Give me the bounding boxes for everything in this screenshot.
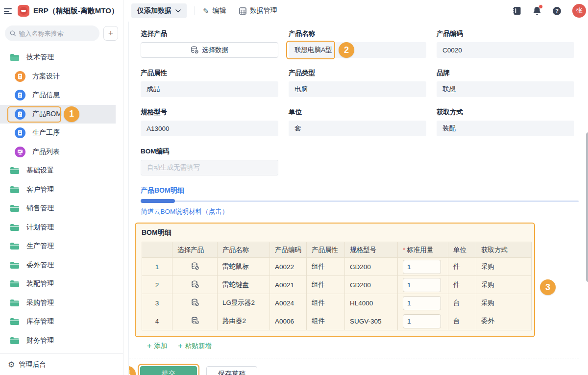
sidebar-item-plan-manage[interactable]: 计划管理 <box>0 218 123 237</box>
sidebar-item-customer-manage[interactable]: 客户管理 <box>0 180 123 200</box>
user-avatar[interactable]: 张 <box>572 4 586 18</box>
toolbar-divider <box>195 6 195 15</box>
contacts-book-icon[interactable] <box>512 6 522 16</box>
row-select-data-button[interactable] <box>172 312 218 330</box>
annotation-badge-1: 1 <box>64 106 79 122</box>
add-row-button[interactable]: + 添加 <box>147 342 167 350</box>
field-label: 产品名称 <box>289 29 426 38</box>
tab-product-bom-detail[interactable]: 产品BOM明细 <box>141 186 184 195</box>
col-unit: 单位 <box>448 242 476 258</box>
bom-table-row: 4 路由器2 A0006 组件 SUGV-305 台 委外 <box>142 312 532 330</box>
cell-product-code: A0024 <box>270 294 307 312</box>
add-app-button[interactable]: + <box>103 26 118 41</box>
bom-detail-title: BOM明细 <box>142 228 528 237</box>
cell-product-name: 雷蛇鼠标 <box>218 258 270 276</box>
annotation-badge-4: 4 <box>128 366 136 375</box>
cell-unit: 件 <box>448 258 476 276</box>
qty-input[interactable] <box>403 260 441 274</box>
sidebar-item-assembly-manage[interactable]: 装配管理 <box>0 275 123 294</box>
cell-unit: 件 <box>448 276 476 294</box>
cell-product-attr: 组件 <box>307 276 345 294</box>
paste-add-label: 粘贴新增 <box>185 342 212 350</box>
cell-product-code: A0022 <box>270 258 307 276</box>
field-brand: 品牌 联想 <box>437 69 574 97</box>
sidebar-item-product-bom[interactable]: 产品BOM 1 <box>0 105 116 124</box>
folder-icon <box>10 318 20 325</box>
sidebar-item-scheme-design[interactable]: 方案设计 <box>0 67 123 86</box>
sidebar-item-label: 采购管理 <box>26 299 54 307</box>
search-icon <box>10 30 16 37</box>
qty-input[interactable] <box>403 278 441 292</box>
sidebar-item-inventory-manage[interactable]: 库存管理 <box>0 312 123 331</box>
chevron-down-icon <box>175 9 181 13</box>
col-qty: *标准用量 <box>398 242 448 258</box>
bom-table-row: 2 雷蛇键盘 A0021 组件 GD200 件 采购 <box>142 276 532 294</box>
gear-icon: ⚙ <box>8 361 15 369</box>
sidebar-item-label: 生产管理 <box>26 242 54 250</box>
dashboard-circle-icon <box>15 147 25 157</box>
data-manage-button[interactable]: 数据管理 <box>239 6 277 15</box>
folder-icon <box>10 167 20 175</box>
annotation-badge-2: 2 <box>339 42 354 58</box>
bom-code-input[interactable]: 自动生成无需填写 <box>141 160 278 175</box>
field-label: 品牌 <box>437 69 574 77</box>
submit-button[interactable]: 提交 <box>140 366 197 375</box>
bom-doc-link[interactable]: 简道云BOM说明材料（点击） <box>141 207 228 216</box>
sidebar-item-tech-manage[interactable]: 技术管理 <box>0 48 123 67</box>
vertical-scrollbar[interactable] <box>586 132 588 282</box>
sidebar-search-row: + <box>0 22 123 41</box>
qty-input[interactable] <box>403 314 441 328</box>
sidebar-item-purchase-manage[interactable]: 采购管理 <box>0 294 123 313</box>
notification-dot <box>539 4 543 9</box>
admin-backend-button[interactable]: ⚙ 管理后台 <box>0 353 123 375</box>
cell-product-name: 路由器2 <box>218 312 270 330</box>
collapse-sidebar-icon[interactable] <box>4 7 12 14</box>
search-box[interactable] <box>5 25 99 41</box>
field-product-name: 产品名称 联想电脑A型 2 <box>289 29 426 58</box>
form-row-3: 规格型号 A13000 单位 套 获取方式 装配 <box>141 108 579 136</box>
search-input[interactable] <box>19 30 95 37</box>
qty-input[interactable] <box>403 296 441 310</box>
clipboard-circle-icon <box>15 90 25 100</box>
paste-add-button[interactable]: + 粘贴新增 <box>178 342 211 350</box>
sidebar-item-label: 技术管理 <box>26 53 54 62</box>
detail-tabs: 产品BOM明细 <box>141 186 579 203</box>
edit-button[interactable]: ✎ 编辑 <box>203 6 226 15</box>
sidebar-item-production-process[interactable]: 生产工序 <box>0 124 123 143</box>
sidebar-item-sales-manage[interactable]: 销售管理 <box>0 199 123 218</box>
cell-spec: GD200 <box>345 258 398 276</box>
field-bom-code: BOM编码 自动生成无需填写 <box>141 147 278 175</box>
toolbar-right: ? 张 <box>512 4 586 18</box>
row-select-data-button[interactable] <box>172 258 218 276</box>
folder-icon <box>10 242 20 250</box>
data-mode-dropdown[interactable]: 仅添加数据 <box>131 3 187 18</box>
select-data-label: 选择数据 <box>202 46 228 54</box>
cell-method: 委外 <box>476 312 532 330</box>
sidebar: ERP（精细版-离散MTO）...... + 技术管理 方案设计 产 <box>0 0 123 375</box>
sidebar-item-production-manage[interactable]: 生产管理 <box>0 237 123 256</box>
field-label: 单位 <box>289 108 426 117</box>
row-select-data-button[interactable] <box>172 276 218 294</box>
sidebar-item-product-info[interactable]: 产品信息 <box>0 86 123 105</box>
sidebar-item-label: 销售管理 <box>26 204 54 213</box>
notifications-bell-icon[interactable] <box>533 6 541 16</box>
cell-product-attr: 组件 <box>307 312 345 330</box>
folder-icon <box>10 261 20 269</box>
cell-spec: GD200 <box>345 276 398 294</box>
sidebar-item-finance-manage[interactable]: 财务管理 <box>0 331 123 350</box>
sidebar-item-basic-settings[interactable]: 基础设置 <box>0 161 123 180</box>
svg-text:?: ? <box>555 8 559 14</box>
save-draft-button[interactable]: 保存草稿 <box>206 366 257 375</box>
col-method: 获取方式 <box>476 242 532 258</box>
sidebar-item-product-list[interactable]: 产品列表 <box>0 143 123 162</box>
tab-active-indicator <box>141 199 175 203</box>
help-icon[interactable]: ? <box>552 6 562 16</box>
row-select-data-button[interactable] <box>172 294 218 312</box>
footer-divider <box>129 358 579 358</box>
field-product-type: 产品类型 电脑 <box>289 69 426 97</box>
select-data-button[interactable]: 选择数据 <box>141 42 278 58</box>
field-spec: 规格型号 A13000 <box>141 108 278 136</box>
sidebar-item-outsource-manage[interactable]: 委外管理 <box>0 256 123 275</box>
col-index <box>142 242 172 258</box>
database-select-icon <box>191 299 199 306</box>
